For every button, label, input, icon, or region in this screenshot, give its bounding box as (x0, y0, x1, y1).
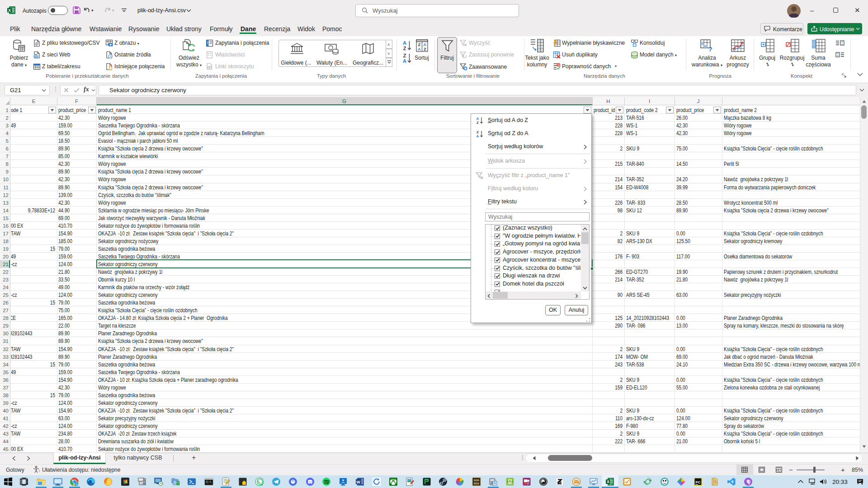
svg-text:Z: Z (476, 130, 479, 134)
svg-text:Z: Z (403, 53, 406, 58)
svg-text:Z: Z (403, 46, 406, 51)
svg-text:?: ? (708, 45, 712, 52)
svg-text:X: X (8, 8, 11, 13)
svg-text:A: A (403, 40, 406, 46)
svg-text:W: W (356, 480, 360, 484)
svg-text:Z: Z (424, 47, 426, 52)
svg-text:A: A (476, 134, 479, 138)
svg-text:?: ? (38, 469, 40, 473)
svg-text:A: A (418, 47, 421, 52)
svg-text:PC: PC (695, 480, 700, 484)
svg-text:X: X (607, 479, 609, 484)
svg-text:DOS: DOS (474, 479, 479, 482)
svg-text:◑: ◑ (75, 483, 77, 486)
svg-text:BOX: BOX (474, 482, 479, 485)
svg-text:A: A (476, 117, 479, 121)
svg-text:A: A (403, 58, 406, 64)
svg-text:C:\: C:\ (206, 481, 212, 484)
svg-text:Z: Z (476, 121, 479, 124)
